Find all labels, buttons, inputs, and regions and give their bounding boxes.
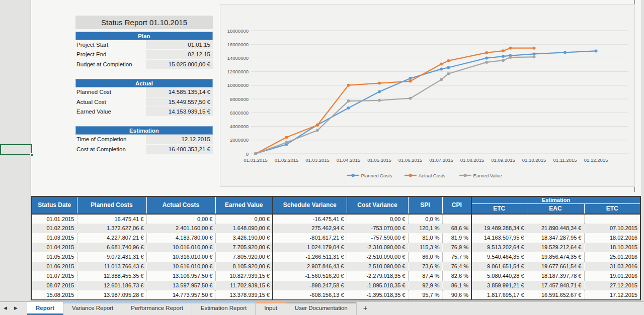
field-value-cell[interactable]: 14.153.939,15 € bbox=[146, 107, 213, 117]
cell[interactable]: 11.702.939,15 € bbox=[215, 281, 273, 290]
cell[interactable]: 31.03.2016 bbox=[584, 262, 640, 271]
legend-item-actual-costs[interactable]: Actual Costs bbox=[405, 173, 446, 178]
add-sheet-button[interactable]: + bbox=[357, 302, 374, 315]
col-header-status-date[interactable]: Status Date bbox=[32, 196, 77, 214]
cell[interactable]: 3.426.190,00 € bbox=[215, 233, 273, 243]
cell[interactable]: 01.04.2015 bbox=[32, 243, 77, 252]
col-header-cost-variance[interactable]: Cost Variance bbox=[347, 196, 408, 214]
cell[interactable]: 0,00 € bbox=[146, 214, 215, 224]
cell[interactable]: 21.890.448,34 € bbox=[527, 224, 584, 233]
cell[interactable]: 14.773.957,50 € bbox=[146, 290, 215, 300]
cell[interactable]: 25.01.2016 bbox=[584, 252, 640, 262]
cell[interactable]: -608.156,13 € bbox=[273, 290, 347, 300]
evm-chart[interactable]: 0200000040000006000000800000010000000120… bbox=[220, 4, 635, 187]
cell[interactable]: 9.061.651,54 € bbox=[471, 262, 527, 271]
cell[interactable]: -1.395.018,35 € bbox=[347, 290, 408, 300]
cell[interactable]: 81,0 % bbox=[408, 233, 442, 243]
cell[interactable]: 76,9 % bbox=[442, 243, 471, 252]
col-group-estimation[interactable]: Estimation bbox=[471, 196, 640, 204]
cell[interactable]: 76,4 % bbox=[442, 262, 471, 271]
cell[interactable]: 8.105.920,00 € bbox=[215, 262, 273, 271]
cell[interactable]: 19.01.2016 bbox=[584, 271, 640, 281]
cell[interactable]: 01.07.2015 bbox=[32, 271, 77, 281]
cell[interactable]: 0,00 € bbox=[215, 214, 273, 224]
cell[interactable]: 01.03.2015 bbox=[32, 233, 77, 243]
cell[interactable]: -1.560.516,20 € bbox=[273, 271, 347, 281]
field-value-cell[interactable]: 16.400.353,21 € bbox=[146, 145, 213, 154]
cell[interactable]: 07.10.2015 bbox=[584, 224, 640, 233]
cell[interactable]: 10.016.010,00 € bbox=[146, 243, 215, 252]
cell[interactable]: 6.681.740,96 € bbox=[77, 243, 146, 252]
cell[interactable]: 08.07.2015 bbox=[32, 281, 77, 290]
col-header-cpi[interactable]: CPI bbox=[442, 196, 471, 214]
field-value-cell[interactable]: 15.449.557,50 € bbox=[146, 97, 213, 107]
cell[interactable]: 18.02.2016 bbox=[584, 233, 640, 243]
cell[interactable]: 82,6 % bbox=[442, 271, 471, 281]
cell[interactable]: 10.827.939,15 € bbox=[215, 271, 273, 281]
col-header-eac[interactable]: EAC bbox=[527, 204, 584, 214]
cell[interactable]: 75,7 % bbox=[442, 252, 471, 262]
col-header-earned-value[interactable]: Earned Value bbox=[215, 196, 273, 214]
cell[interactable]: 1.372.627,06 € bbox=[77, 224, 146, 233]
col-header-actual-costs[interactable]: Actual Costs bbox=[146, 196, 215, 214]
cell[interactable] bbox=[584, 214, 640, 224]
cell[interactable]: 15.08.2015 bbox=[32, 290, 77, 300]
cell[interactable]: -2.310.090,00 € bbox=[347, 243, 408, 252]
cell[interactable]: 17.12.2015 bbox=[584, 290, 640, 300]
cell[interactable]: 18.10.2015 bbox=[584, 243, 640, 252]
cell[interactable]: 95,7 % bbox=[408, 290, 442, 300]
cell[interactable]: 10.316.010,00 € bbox=[146, 252, 215, 262]
cell[interactable]: 68,6 % bbox=[442, 224, 471, 233]
cell[interactable]: 81,9 % bbox=[442, 233, 471, 243]
cell[interactable]: 10.616.010,00 € bbox=[146, 262, 215, 271]
cell[interactable]: 13.106.957,50 € bbox=[146, 271, 215, 281]
cell[interactable]: 7.705.920,00 € bbox=[215, 243, 273, 252]
cell[interactable]: 17.457.948,71 € bbox=[527, 281, 584, 290]
cell[interactable]: 13.378.939,15 € bbox=[215, 290, 273, 300]
cell[interactable]: 12.388.455,35 € bbox=[77, 271, 146, 281]
cell[interactable]: 2.401.160,00 € bbox=[146, 224, 215, 233]
cell[interactable]: 13.597.957,50 € bbox=[146, 281, 215, 290]
col-header-planned-costs[interactable]: Planned Costs bbox=[77, 196, 146, 214]
cell[interactable]: 275.462,94 € bbox=[273, 224, 347, 233]
cell[interactable]: -2.510.090,00 € bbox=[347, 252, 408, 262]
cell[interactable]: 5.080.440,28 € bbox=[471, 271, 527, 281]
field-value-cell[interactable]: 15.025.000,00 € bbox=[146, 60, 213, 69]
cell[interactable]: 01.06.2015 bbox=[32, 262, 77, 271]
col-header-etc[interactable]: ETC bbox=[471, 204, 527, 214]
cell[interactable]: -801.617,21 € bbox=[273, 233, 347, 243]
sheet-tab-variance-report[interactable]: Variance Report bbox=[63, 302, 122, 315]
tab-scroll-left-icon[interactable]: ◀ bbox=[0, 302, 11, 315]
cell[interactable]: 19.529.212,64 € bbox=[527, 243, 584, 252]
cell[interactable]: 0,00 € bbox=[347, 214, 408, 224]
cell[interactable]: 01.02.2015 bbox=[32, 224, 77, 233]
cell[interactable]: 90,6 % bbox=[442, 290, 471, 300]
cell[interactable] bbox=[471, 214, 527, 224]
field-value-cell[interactable]: 01.01.15 bbox=[146, 40, 213, 50]
sheet-tab-report[interactable]: Report bbox=[27, 302, 63, 315]
cell[interactable]: -2.510.090,00 € bbox=[347, 262, 408, 271]
sheet-tab-performance-report[interactable]: Performance Report bbox=[122, 302, 192, 315]
sheet-tab-estimation-report[interactable]: Estimation Report bbox=[192, 302, 256, 315]
cell[interactable]: -16.475,41 € bbox=[273, 214, 347, 224]
cell[interactable]: 16.475,41 € bbox=[77, 214, 146, 224]
fill-handle[interactable] bbox=[30, 153, 33, 156]
cell[interactable]: 11.013.766,43 € bbox=[77, 262, 146, 271]
cell[interactable]: 86,0 % bbox=[408, 252, 442, 262]
sheet-tab-user-documentation[interactable]: User Documentation bbox=[286, 302, 357, 315]
col-header-etc-date[interactable]: ETC bbox=[584, 204, 640, 214]
cell[interactable]: -1.266.511,31 € bbox=[273, 252, 347, 262]
sheet-tab-input[interactable]: Input bbox=[256, 302, 286, 315]
cell[interactable]: 19.856.474,35 € bbox=[527, 252, 584, 262]
field-value-cell[interactable]: 02.12.15 bbox=[146, 50, 213, 59]
cell[interactable]: -898.247,58 € bbox=[273, 281, 347, 290]
cell[interactable]: -757.590,00 € bbox=[347, 233, 408, 243]
cell[interactable] bbox=[442, 214, 471, 224]
cell[interactable]: 92,9 % bbox=[408, 281, 442, 290]
cell[interactable]: 0,0 % bbox=[408, 214, 442, 224]
cell[interactable]: 14.163.507,95 € bbox=[471, 233, 527, 243]
cell[interactable]: 87,4 % bbox=[408, 271, 442, 281]
selected-cell[interactable] bbox=[0, 144, 32, 155]
cell[interactable]: 12.601.186,73 € bbox=[77, 281, 146, 290]
cell[interactable]: 16.591.652,67 € bbox=[527, 290, 584, 300]
